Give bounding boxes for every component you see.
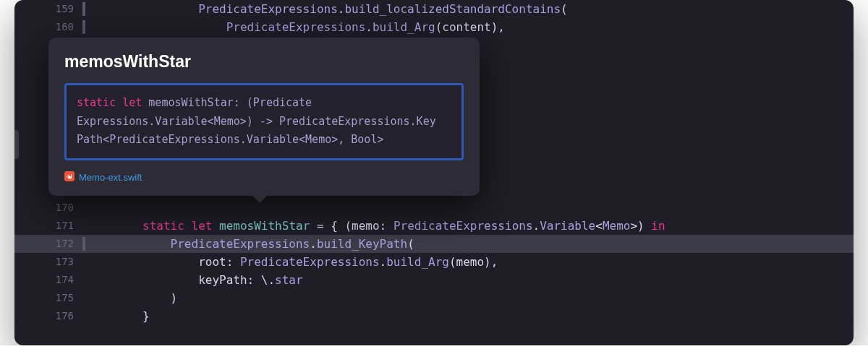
token-punct: (	[561, 2, 568, 16]
code-line[interactable]: 159 PredicateExpressions.build_localized…	[14, 0, 854, 18]
popover-title: memosWithStar	[64, 52, 464, 72]
token-punct: .	[365, 20, 373, 34]
token-type: PredicateExpressions	[226, 20, 366, 34]
token-punct: .	[380, 255, 387, 269]
code-line[interactable]: 170	[14, 199, 854, 217]
line-number: 170	[14, 199, 87, 217]
line-code[interactable]: PredicateExpressions.build_localizedStan…	[87, 0, 854, 18]
line-code[interactable]: root: PredicateExpressions.build_Arg(mem…	[87, 253, 854, 271]
token-func: build_KeyPath	[317, 237, 407, 251]
line-code[interactable]: PredicateExpressions.build_KeyPath(	[87, 235, 854, 253]
token-punct: .	[338, 2, 345, 16]
token-keyword: let	[192, 219, 213, 233]
token-type: PredicateExpressions	[198, 2, 338, 16]
line-code[interactable]	[87, 199, 854, 217]
token-plain: root:	[87, 255, 240, 269]
code-line[interactable]: 174 keyPath: \.star	[14, 271, 854, 289]
token-plain	[87, 237, 171, 251]
line-code[interactable]: static let memosWithStar = { (memo: Pred…	[87, 217, 854, 235]
swift-icon	[64, 171, 75, 184]
token-plain: >)	[630, 219, 651, 233]
code-line[interactable]: 176 }	[14, 307, 854, 325]
token-type: PredicateExpressions	[240, 255, 380, 269]
sig-keyword-let: let	[122, 96, 142, 109]
token-type: Memo	[603, 219, 631, 233]
line-code[interactable]: PredicateExpressions.build_Arg(content),	[87, 18, 854, 36]
token-plain: (content),	[435, 20, 505, 34]
token-plain	[87, 2, 198, 16]
token-plain: )	[87, 291, 177, 305]
token-prop: star	[275, 273, 303, 287]
token-type: PredicateExpressions	[171, 237, 310, 251]
token-punct: .	[533, 219, 540, 233]
code-line[interactable]: 172 PredicateExpressions.build_KeyPath(	[14, 235, 854, 253]
line-number: 176	[14, 307, 87, 325]
token-punct: (	[407, 237, 414, 251]
code-line[interactable]: 175 )	[14, 289, 854, 307]
token-plain	[87, 219, 142, 233]
line-number: 171	[14, 217, 87, 235]
token-plain: = { (memo:	[310, 219, 393, 233]
editor-window: 159 PredicateExpressions.build_localized…	[14, 0, 854, 345]
code-line[interactable]: 160 PredicateExpressions.build_Arg(conte…	[14, 18, 854, 36]
popover-file-row: Memo-ext.swift	[64, 171, 464, 184]
token-plain	[184, 219, 192, 233]
token-plain	[87, 20, 226, 34]
code-line[interactable]: 173 root: PredicateExpressions.build_Arg…	[14, 253, 854, 271]
line-code[interactable]: )	[87, 289, 854, 307]
token-func: build_Arg	[386, 255, 449, 269]
token-plain: }	[87, 309, 150, 323]
sig-keyword-static: static	[77, 96, 116, 109]
line-number: 174	[14, 271, 87, 289]
quick-help-popover: memosWithStar static let memosWithStar: …	[48, 38, 480, 196]
line-number: 173	[14, 253, 87, 271]
code-line[interactable]: 171 static let memosWithStar = { (memo: …	[14, 217, 854, 235]
token-keyword: static	[142, 219, 184, 233]
line-number: 159	[14, 0, 87, 18]
token-type: PredicateExpressions	[393, 219, 533, 233]
token-punct: <	[595, 219, 603, 233]
popover-signature[interactable]: static let memosWithStar: (Predicate Exp…	[64, 83, 464, 160]
token-plain: keyPath: \.	[87, 273, 275, 287]
line-code[interactable]: }	[87, 307, 854, 325]
line-code[interactable]: keyPath: \.star	[87, 271, 854, 289]
popover-file-link[interactable]: Memo-ext.swift	[79, 172, 142, 183]
line-number: 172	[14, 235, 87, 253]
token-punct: .	[310, 237, 317, 251]
token-func: build_Arg	[373, 20, 435, 34]
line-number: 160	[14, 18, 87, 36]
token-ident: memosWithStar	[219, 219, 310, 233]
token-in: in	[651, 219, 665, 233]
token-type: Variable	[540, 219, 595, 233]
line-number: 175	[14, 289, 87, 307]
token-plain: (memo),	[449, 255, 498, 269]
token-plain	[212, 219, 219, 233]
token-func: build_localizedStandardContains	[344, 2, 561, 16]
